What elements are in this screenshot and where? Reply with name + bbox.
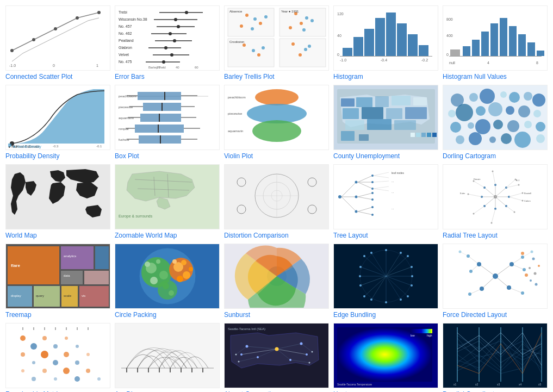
- svg-rect-70: [408, 34, 418, 56]
- card-label-zoomable-world-map[interactable]: Zoomable World Map: [115, 232, 220, 239]
- card-label-histogram-null[interactable]: Histogram Null Values: [443, 73, 548, 80]
- card-label-treemap[interactable]: Treemap: [5, 311, 110, 319]
- svg-rect-410: [337, 327, 432, 382]
- card-edge-bundling[interactable]: Edge Bundling: [333, 244, 438, 319]
- svg-text:-1.0: -1.0: [340, 58, 346, 62]
- card-arc-diagram[interactable]: Arc Diagram: [115, 323, 220, 392]
- svg-text:1: 1: [96, 64, 98, 67]
- svg-point-214: [371, 206, 374, 208]
- svg-point-359: [42, 336, 47, 340]
- svg-rect-411: [411, 329, 432, 333]
- svg-point-315: [359, 284, 362, 287]
- card-reorderable-matrix[interactable]: Reorderable Matrix: [5, 323, 110, 392]
- svg-rect-71: [419, 45, 428, 56]
- thumbnail-histogram-null: null 4 8 800 400 0: [443, 5, 548, 71]
- svg-point-1: [32, 38, 35, 41]
- svg-point-369: [53, 360, 58, 365]
- svg-text:0: 0: [53, 64, 55, 67]
- card-connected-scatter[interactable]: -1.0 0 1 Connected Scatter Plot: [5, 5, 110, 80]
- card-violin-plot[interactable]: peachbloom piecewise aquamarin Violin Pl…: [224, 85, 329, 160]
- card-label-histogram[interactable]: Histogram: [333, 73, 438, 80]
- svg-point-180: [536, 134, 545, 143]
- svg-point-346: [523, 268, 526, 271]
- card-box-plot[interactable]: peachbloom piecewise aquamarin rorqual f…: [115, 85, 220, 160]
- card-label-world-map[interactable]: World Map: [5, 232, 110, 239]
- card-barley-trellis[interactable]: Absence Year ● 1931 Crookston Barley Tre…: [224, 5, 329, 80]
- svg-point-164: [488, 102, 502, 116]
- card-label-radial-tree-layout[interactable]: Radial Tree Layout: [443, 232, 548, 239]
- card-radial-tree-layout[interactable]: Bowtell Cahen A.J. Darwin Euler Radial T…: [443, 164, 548, 239]
- card-sunburst[interactable]: Sunburst: [224, 244, 329, 319]
- card-airport-connections[interactable]: Seattle-Tacoma Intl (SEA) Airport Connec…: [224, 323, 329, 392]
- card-label-violin-plot[interactable]: Violin Plot: [224, 152, 329, 160]
- card-label-error-bars[interactable]: Error Bars: [115, 73, 220, 80]
- card-zoomable-world-map[interactable]: Europe & surrounds Zoomable World Map: [115, 164, 220, 239]
- svg-point-348: [468, 293, 471, 296]
- card-label-edge-bundling[interactable]: Edge Bundling: [333, 311, 438, 319]
- card-parallel-coordinates[interactable]: x1 x2 x3 x4 x5 Parallel Coordinates: [443, 323, 548, 392]
- card-dorling-cartogram[interactable]: Dorling Cartogram: [443, 85, 548, 160]
- svg-text:Cahen: Cahen: [524, 200, 531, 202]
- svg-point-53: [252, 49, 255, 52]
- svg-point-309: [385, 301, 387, 303]
- card-label-force-directed-layout[interactable]: Force Directed Layout: [443, 311, 548, 319]
- svg-line-216: [374, 172, 389, 176]
- svg-text:Seattle-Tacoma Intl (SEA): Seattle-Tacoma Intl (SEA): [228, 327, 265, 331]
- svg-text:display: display: [11, 294, 21, 297]
- card-circle-packing[interactable]: Circle Packing: [115, 244, 220, 319]
- svg-rect-83: [490, 23, 498, 56]
- card-label-circle-packing[interactable]: Circle Packing: [115, 311, 220, 319]
- svg-point-292: [177, 276, 183, 282]
- card-county-unemployment[interactable]: County Unemployment: [333, 85, 438, 160]
- svg-point-48: [300, 22, 303, 25]
- svg-point-261: [490, 222, 492, 223]
- card-label-box-plot[interactable]: Box Plot: [115, 152, 220, 160]
- svg-point-304: [363, 295, 365, 297]
- svg-line-250: [474, 206, 484, 214]
- svg-point-366: [64, 352, 69, 357]
- svg-rect-66: [364, 29, 374, 56]
- card-histogram[interactable]: -1.0 -0.4 -0.2 120 40 0 Histogram: [333, 5, 438, 80]
- svg-rect-140: [343, 108, 359, 119]
- svg-point-44: [240, 24, 243, 28]
- svg-rect-79: [450, 49, 460, 56]
- card-label-barley-trellis[interactable]: Barley Trellis Plot: [224, 73, 329, 80]
- svg-rect-146: [394, 120, 416, 130]
- svg-point-375: [32, 377, 36, 381]
- svg-point-128: [255, 89, 299, 105]
- card-prob-density[interactable]: ● Normal Estimate ■ Kernel Density -0.6 …: [5, 85, 110, 160]
- svg-point-376: [54, 377, 57, 381]
- card-heatmap[interactable]: low high Seattle-Tacoma Temperature Heat…: [333, 323, 438, 392]
- svg-rect-68: [386, 13, 396, 56]
- card-tree-layout[interactable]: leaf nodes ... ... ... Tree Layout: [333, 164, 438, 239]
- card-label-prob-density[interactable]: Probability Density: [5, 152, 110, 160]
- card-label-connected-scatter[interactable]: Connected Scatter Plot: [5, 73, 110, 80]
- card-label-county-unemployment[interactable]: County Unemployment: [333, 152, 438, 160]
- svg-point-2: [54, 27, 57, 30]
- card-error-bars[interactable]: Trebi Wisconsin No.38 No. 457 No. 462 Pe…: [115, 5, 220, 80]
- svg-text:peachbloom: peachbloom: [228, 96, 246, 99]
- svg-point-157: [500, 91, 507, 98]
- svg-text:No. 457: No. 457: [119, 24, 132, 28]
- card-world-map[interactable]: World Map: [5, 164, 110, 239]
- card-force-directed-layout[interactable]: Force Directed Layout: [443, 244, 548, 319]
- svg-point-40: [245, 14, 248, 17]
- card-histogram-null[interactable]: null 4 8 800 400 0 Histogram Null Values: [443, 5, 548, 80]
- thumbnail-prob-density: ● Normal Estimate ■ Kernel Density -0.6 …: [5, 85, 110, 150]
- svg-point-167: [533, 110, 541, 117]
- card-label-dorling-cartogram[interactable]: Dorling Cartogram: [443, 152, 548, 160]
- card-distortion-comparison[interactable]: Distortion Comparison: [224, 164, 329, 239]
- svg-text:Crookston: Crookston: [229, 40, 244, 43]
- card-label-tree-layout[interactable]: Tree Layout: [333, 232, 438, 239]
- card-label-sunburst[interactable]: Sunburst: [224, 311, 329, 319]
- svg-rect-268: [61, 246, 94, 269]
- svg-text:flare: flare: [11, 263, 20, 268]
- svg-rect-153: [432, 133, 437, 137]
- svg-point-362: [53, 344, 58, 349]
- svg-point-162: [456, 104, 473, 121]
- svg-line-206: [358, 197, 372, 200]
- svg-point-166: [518, 105, 530, 117]
- card-treemap[interactable]: flare analytics data display query scale…: [5, 244, 110, 319]
- card-label-distortion-comparison[interactable]: Distortion Comparison: [224, 232, 329, 239]
- svg-point-313: [400, 298, 402, 301]
